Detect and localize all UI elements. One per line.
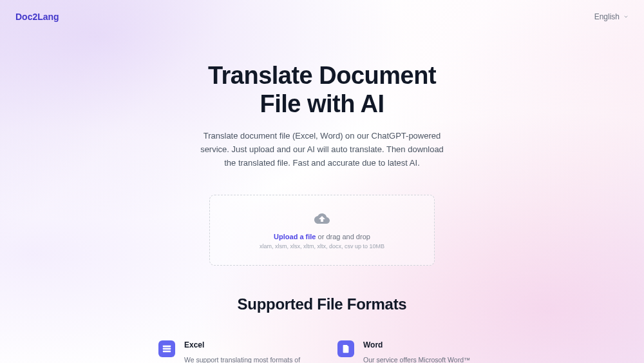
hero-title: Translate Document File with AI: [13, 62, 631, 118]
format-description: Our service offers Microsoft Word™ (DOCX…: [363, 355, 486, 363]
format-name: Word: [363, 340, 486, 349]
chevron-down-icon: [623, 14, 629, 19]
excel-icon: [158, 340, 175, 357]
svg-rect-0: [163, 346, 171, 348]
upload-link: Upload a file: [274, 233, 316, 240]
language-label: English: [594, 12, 620, 21]
upload-hint: xlam, xlsm, xlsx, xltm, xltx, docx, csv …: [223, 243, 421, 250]
format-card-word: Word Our service offers Microsoft Word™ …: [337, 340, 486, 363]
hero-subtitle: Translate document file (Excel, Word) on…: [200, 130, 444, 170]
upload-dropzone[interactable]: Upload a file or drag and drop xlam, xls…: [209, 195, 435, 266]
formats-title: Supported File Formats: [0, 295, 644, 313]
upload-cloud-icon: [314, 211, 330, 226]
format-name: Excel: [184, 340, 307, 349]
logo[interactable]: Doc2Lang: [15, 12, 59, 22]
upload-text: Upload a file or drag and drop: [223, 233, 421, 240]
language-selector[interactable]: English: [594, 12, 629, 21]
format-description: We support translating most formats of M…: [184, 355, 307, 363]
word-icon: [337, 340, 354, 357]
svg-rect-2: [163, 350, 171, 352]
svg-rect-1: [163, 348, 171, 349]
format-card-excel: Excel We support translating most format…: [158, 340, 307, 363]
